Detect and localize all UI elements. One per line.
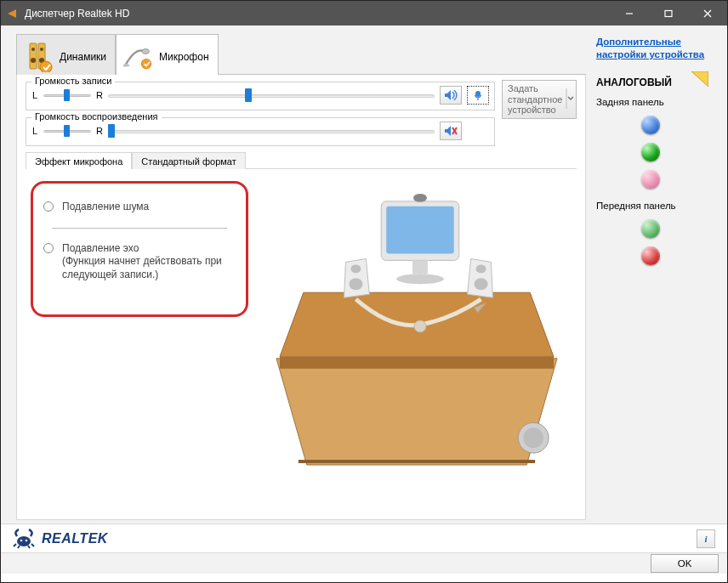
svg-point-9 bbox=[31, 58, 36, 63]
divider bbox=[52, 228, 227, 229]
svg-point-39 bbox=[17, 536, 31, 546]
microphone-panel: Громкость записи L R bbox=[16, 75, 586, 520]
svg-rect-5 bbox=[30, 43, 37, 69]
radio-icon bbox=[43, 243, 54, 253]
jack-line-out-icon[interactable] bbox=[641, 143, 660, 161]
recording-balance-slider[interactable] bbox=[43, 88, 91, 103]
speakers-icon bbox=[24, 42, 54, 72]
playback-volume-group: Громкость воспроизведения L R bbox=[26, 117, 495, 146]
svg-point-28 bbox=[413, 194, 427, 202]
info-button[interactable]: i bbox=[697, 529, 715, 548]
svg-point-30 bbox=[350, 264, 361, 273]
effects-tab-bar: Эффект микрофона Стандартный формат bbox=[26, 151, 577, 169]
jack-line-in-icon[interactable] bbox=[641, 116, 660, 134]
mic-effects-highlight: Подавление шума Подавление эхо (Функция … bbox=[31, 181, 248, 317]
svg-point-37 bbox=[523, 427, 543, 448]
back-panel-label: Задняя панель bbox=[596, 97, 705, 107]
recording-volume-slider[interactable] bbox=[108, 88, 435, 103]
svg-point-7 bbox=[31, 48, 35, 51]
svg-point-13 bbox=[123, 64, 129, 66]
svg-rect-15 bbox=[475, 91, 481, 97]
svg-rect-25 bbox=[386, 207, 454, 254]
playback-volume-slider[interactable] bbox=[108, 123, 435, 139]
svg-point-40 bbox=[20, 539, 23, 541]
echo-cancellation-note: (Функция начнет действовать при следующе… bbox=[62, 255, 222, 280]
chevron-down-icon bbox=[566, 88, 574, 111]
echo-cancellation-option[interactable]: Подавление эхо (Функция начнет действова… bbox=[43, 242, 236, 282]
svg-marker-23 bbox=[280, 357, 554, 369]
svg-rect-26 bbox=[412, 260, 428, 274]
jack-front-mic-icon[interactable] bbox=[641, 246, 660, 265]
brand-text: REALTEK bbox=[42, 531, 108, 546]
svg-point-27 bbox=[396, 274, 444, 284]
brand-logo: REALTEK bbox=[13, 529, 108, 549]
svg-marker-20 bbox=[276, 359, 557, 465]
svg-point-41 bbox=[26, 539, 28, 541]
jack-mic-icon[interactable] bbox=[641, 170, 660, 189]
window-title: Диспетчер Realtek HD bbox=[25, 8, 610, 20]
recording-mute-button[interactable] bbox=[440, 86, 462, 105]
titlebar: Диспетчер Realtek HD bbox=[1, 1, 727, 25]
svg-point-8 bbox=[40, 48, 43, 51]
svg-marker-38 bbox=[691, 71, 708, 87]
noise-suppression-option[interactable]: Подавление шума bbox=[43, 201, 236, 214]
svg-rect-2 bbox=[665, 10, 672, 16]
playback-balance-slider[interactable] bbox=[43, 123, 91, 139]
ok-button[interactable]: OK bbox=[651, 554, 719, 573]
tab-speakers[interactable]: Динамики bbox=[16, 34, 116, 75]
balance-l-label: L bbox=[31, 90, 38, 100]
advanced-settings-link[interactable]: Дополнительные настройки устройства bbox=[596, 36, 705, 61]
subtab-default-format[interactable]: Стандартный формат bbox=[132, 152, 245, 169]
radio-icon bbox=[43, 201, 54, 212]
svg-point-12 bbox=[142, 48, 149, 54]
svg-marker-0 bbox=[8, 9, 16, 18]
echo-cancellation-label: Подавление эхо (Функция начнет действова… bbox=[62, 242, 236, 282]
tab-speakers-label: Динамики bbox=[60, 51, 106, 63]
dialog-button-row: OK bbox=[1, 552, 727, 574]
noise-suppression-label: Подавление шума bbox=[62, 201, 149, 214]
tab-microphone[interactable]: Микрофон bbox=[116, 34, 218, 75]
note-fold-icon bbox=[691, 71, 708, 87]
svg-marker-29 bbox=[344, 258, 370, 297]
balance-r-label: R bbox=[96, 90, 103, 100]
set-default-device-label: Задать стандартное устройство bbox=[508, 83, 566, 116]
playback-mute-button[interactable] bbox=[440, 122, 462, 140]
svg-point-35 bbox=[414, 320, 426, 332]
svg-marker-32 bbox=[468, 258, 493, 297]
svg-point-31 bbox=[349, 278, 362, 290]
microphone-icon bbox=[123, 42, 154, 72]
realtek-crab-icon bbox=[13, 529, 35, 549]
footer: REALTEK i bbox=[1, 524, 727, 552]
echo-cancellation-title: Подавление эхо bbox=[62, 242, 139, 254]
device-illustration bbox=[257, 181, 577, 468]
subtab-mic-effect[interactable]: Эффект микрофона bbox=[26, 152, 132, 169]
balance-l-label-2: L bbox=[31, 126, 38, 136]
recording-device-button[interactable] bbox=[467, 86, 489, 105]
svg-point-33 bbox=[476, 264, 486, 273]
balance-r-label-2: R bbox=[96, 126, 103, 136]
sidebar: Дополнительные настройки устройства АНАЛ… bbox=[593, 34, 708, 520]
recording-volume-group: Громкость записи L R bbox=[26, 82, 495, 110]
jack-front-out-icon[interactable] bbox=[641, 219, 660, 238]
minimize-button[interactable] bbox=[610, 1, 649, 25]
analog-label: АНАЛОГОВЫЙ bbox=[596, 76, 705, 88]
playback-volume-label: Громкость воспроизведения bbox=[31, 111, 162, 122]
set-default-device-button[interactable]: Задать стандартное устройство bbox=[502, 80, 577, 119]
close-button[interactable] bbox=[688, 1, 727, 25]
app-icon bbox=[6, 8, 18, 20]
svg-point-14 bbox=[141, 59, 151, 68]
subtab-mic-effect-label: Эффект микрофона bbox=[35, 156, 122, 167]
device-tab-bar: Динамики Микрофон bbox=[16, 34, 586, 75]
front-panel-label: Передняя панель bbox=[596, 201, 705, 211]
subtab-default-format-label: Стандартный формат bbox=[141, 156, 236, 167]
svg-point-34 bbox=[475, 278, 488, 290]
recording-volume-label: Громкость записи bbox=[31, 76, 115, 86]
tab-microphone-label: Микрофон bbox=[159, 51, 208, 63]
maximize-button[interactable] bbox=[649, 1, 688, 25]
